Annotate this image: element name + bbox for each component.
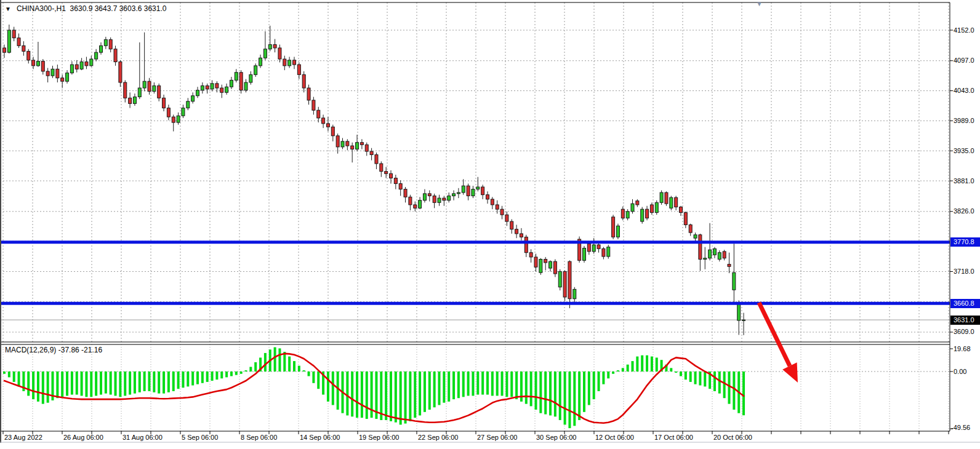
time-axis-label: 23 Aug 2022 bbox=[4, 434, 42, 442]
candlestick bbox=[7, 30, 10, 52]
macd-histogram-bar bbox=[481, 372, 484, 395]
candlestick bbox=[476, 187, 480, 189]
macd-histogram-bar bbox=[685, 372, 687, 379]
macd-histogram-bar bbox=[211, 372, 214, 381]
candlestick bbox=[249, 74, 252, 82]
macd-histogram-bar bbox=[114, 372, 117, 395]
macd-histogram-bar bbox=[66, 372, 68, 395]
macd-histogram-bar bbox=[694, 372, 697, 384]
macd-histogram-bar bbox=[699, 372, 701, 386]
candlestick bbox=[428, 194, 431, 196]
candlestick bbox=[143, 81, 146, 88]
chart-canvas[interactable] bbox=[0, 0, 980, 449]
macd-signal-value: -21.16 bbox=[81, 346, 102, 354]
candlestick bbox=[70, 65, 73, 73]
macd-histogram-bar bbox=[172, 372, 175, 391]
candlestick bbox=[472, 189, 475, 196]
candlestick bbox=[375, 155, 378, 164]
macd-histogram-bar bbox=[400, 372, 402, 424]
candlestick bbox=[660, 193, 663, 202]
macd-histogram-bar bbox=[675, 372, 677, 373]
candlestick bbox=[32, 60, 35, 66]
scroll-to-end-icon[interactable]: ▼ bbox=[756, 0, 763, 7]
macd-histogram-bar bbox=[308, 372, 310, 376]
candlestick bbox=[409, 197, 412, 205]
candlestick bbox=[163, 98, 166, 108]
candlestick bbox=[448, 196, 451, 200]
candlestick bbox=[312, 100, 315, 110]
macd-histogram-bar bbox=[61, 372, 63, 397]
candlestick bbox=[365, 145, 368, 151]
candlestick bbox=[12, 30, 15, 38]
macd-histogram-bar bbox=[245, 370, 247, 372]
candlestick bbox=[655, 202, 658, 212]
macd-scale-zero: 0.00 bbox=[954, 368, 966, 376]
time-axis-label: 19 Sep 06:00 bbox=[359, 434, 399, 442]
ohlc-readout: 3630.9 3643.7 3603.6 3631.0 bbox=[70, 4, 167, 13]
time-axis-label: 12 Oct 06:00 bbox=[595, 434, 634, 442]
macd-histogram-bar bbox=[95, 372, 97, 395]
price-axis-label: 3718.0 bbox=[954, 268, 974, 276]
candlestick bbox=[351, 146, 354, 149]
macd-name: MACD(12,26,9) bbox=[5, 346, 56, 354]
macd-histogram-bar bbox=[100, 372, 102, 395]
trend-arrow[interactable] bbox=[759, 303, 790, 366]
macd-histogram-bar bbox=[438, 372, 441, 405]
candlestick bbox=[505, 215, 508, 221]
macd-histogram-bar bbox=[361, 372, 363, 418]
candlestick bbox=[75, 65, 78, 69]
macd-histogram-bar bbox=[215, 372, 218, 379]
candlestick bbox=[211, 84, 214, 89]
macd-histogram-bar bbox=[598, 372, 600, 391]
candlestick bbox=[694, 235, 697, 238]
candlestick bbox=[524, 237, 528, 252]
macd-histogram-bar bbox=[129, 372, 131, 395]
candlestick bbox=[636, 201, 639, 205]
candlestick bbox=[254, 66, 257, 74]
candlestick bbox=[592, 245, 595, 252]
candlestick bbox=[607, 247, 610, 256]
macd-histogram-bar bbox=[723, 372, 726, 398]
candlestick bbox=[124, 82, 127, 98]
candlestick bbox=[646, 209, 649, 218]
macd-histogram-bar bbox=[56, 372, 58, 398]
candlestick bbox=[331, 127, 334, 135]
candlestick bbox=[423, 194, 426, 201]
macd-indicator-label: MACD(12,26,9) -37.86 -21.16 bbox=[5, 346, 102, 354]
candlestick bbox=[665, 193, 668, 204]
candlestick bbox=[196, 90, 199, 96]
candlestick bbox=[239, 73, 243, 90]
candlestick bbox=[182, 108, 185, 116]
price-tag-resistance: 3770.8 bbox=[950, 237, 980, 247]
candlestick bbox=[244, 82, 247, 90]
time-axis-label: 8 Sep 06:00 bbox=[241, 434, 277, 442]
candlestick bbox=[80, 62, 83, 70]
macd-histogram-bar bbox=[177, 372, 180, 389]
candlestick bbox=[46, 71, 49, 76]
time-axis-label: 31 Aug 06:00 bbox=[122, 434, 163, 442]
macd-histogram-bar bbox=[283, 352, 286, 372]
macd-histogram-bar bbox=[549, 372, 552, 415]
macd-histogram-bar bbox=[718, 372, 721, 394]
candlestick bbox=[36, 62, 39, 66]
macd-histogram-bar bbox=[578, 372, 580, 420]
macd-histogram-bar bbox=[191, 372, 194, 386]
macd-histogram-bar bbox=[510, 372, 513, 397]
candlestick bbox=[443, 198, 446, 201]
candlestick bbox=[104, 39, 107, 46]
candlestick bbox=[709, 250, 712, 258]
macd-histogram-bar bbox=[588, 372, 590, 405]
macd-histogram-bar bbox=[525, 372, 528, 404]
macd-histogram-bar bbox=[337, 372, 339, 410]
candlestick bbox=[56, 69, 59, 77]
macd-histogram-bar bbox=[134, 372, 136, 394]
candlestick bbox=[414, 205, 417, 208]
macd-histogram-bar bbox=[81, 372, 83, 395]
time-axis-label: 17 Oct 06:00 bbox=[654, 434, 693, 442]
macd-histogram-bar bbox=[332, 372, 334, 405]
macd-histogram-bar bbox=[90, 372, 92, 397]
macd-histogram-bar bbox=[443, 372, 445, 403]
macd-histogram-bar bbox=[704, 372, 706, 386]
candlestick bbox=[100, 46, 103, 52]
candlestick bbox=[728, 264, 731, 267]
